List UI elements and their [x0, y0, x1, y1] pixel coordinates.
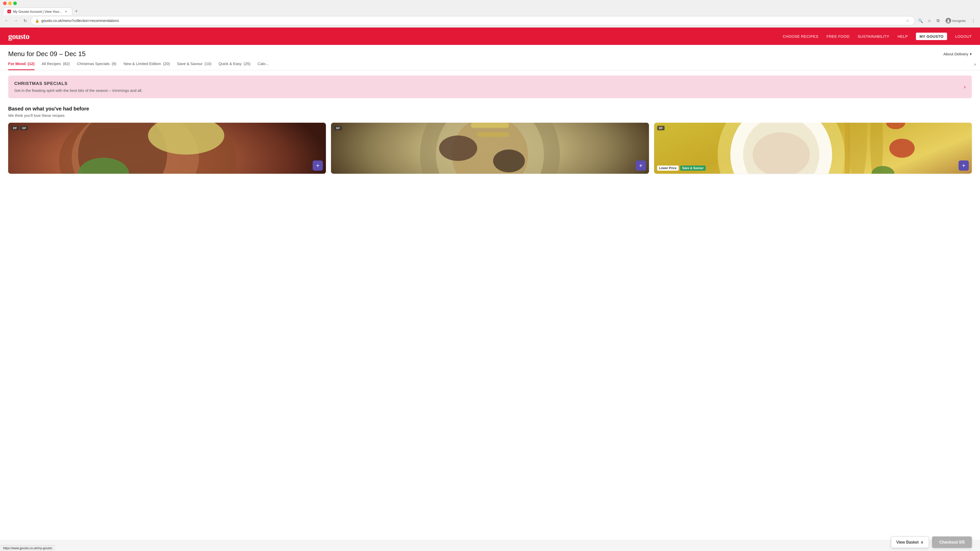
page-title: Menu for Dec 09 – Dec 15	[8, 50, 86, 58]
page-content: Menu for Dec 09 – Dec 15 About Delivery …	[0, 45, 980, 540]
svg-point-21	[848, 123, 867, 174]
profile-avatar	[945, 18, 951, 24]
more-options-icon[interactable]: ⋮	[970, 17, 977, 24]
minimize-window-button[interactable]	[8, 2, 12, 5]
recipe-image	[8, 123, 326, 174]
add-recipe-button[interactable]: +	[636, 160, 646, 171]
nav-logout[interactable]: LOGOUT	[955, 34, 972, 38]
bottom-bar: View Basket ∧ Checkout 0/5	[0, 534, 980, 540]
site-logo[interactable]: gousto	[8, 32, 29, 41]
tab-bar: G My Gousto Account | View Your... ✕ +	[0, 6, 980, 15]
add-recipe-button[interactable]: +	[313, 160, 323, 171]
nav-my-gousto[interactable]: MY GOUSTO	[916, 33, 947, 40]
recipe-badges: DF	[657, 126, 665, 130]
star-toolbar-icon[interactable]: ☆	[926, 17, 933, 24]
forward-button[interactable]: →	[12, 17, 19, 24]
active-tab[interactable]: G My Gousto Account | View Your... ✕	[3, 8, 72, 15]
back-button[interactable]: ←	[3, 17, 10, 24]
browser-chrome: G My Gousto Account | View Your... ✕ + ←…	[0, 0, 980, 27]
tab-calo[interactable]: Calo...	[258, 58, 269, 70]
browser-window-controls	[3, 2, 17, 5]
maximize-window-button[interactable]	[13, 2, 17, 5]
search-toolbar-icon[interactable]: 🔍	[917, 17, 924, 24]
profile-button[interactable]: Incognito	[943, 17, 968, 24]
svg-point-1	[947, 21, 950, 22]
tab-all-recipes[interactable]: All Recipes (82)	[41, 58, 70, 70]
label-lower-price: Lower Price	[657, 165, 679, 171]
tab-close-button[interactable]: ✕	[64, 10, 68, 14]
svg-point-0	[948, 19, 949, 21]
url-display[interactable]: gousto.co.uk/menu?collection=recommendat…	[41, 19, 902, 23]
banner-title: CHRISTMAS SPECIALS	[14, 81, 142, 86]
christmas-banner[interactable]: CHRISTMAS SPECIALS Get in the feasting s…	[8, 76, 972, 98]
badge-df: DF	[657, 126, 665, 130]
about-delivery-button[interactable]: About Delivery ▾	[943, 52, 972, 56]
checkout-button[interactable]: Checkout 0/5	[932, 537, 972, 540]
filter-tabs: For Mood (12) All Recipes (82) Christmas…	[0, 58, 980, 70]
tab-for-mood[interactable]: For Mood (12)	[8, 58, 35, 70]
main-nav: CHOOSE RECIPES FREE FOOD SUSTAINABILITY …	[783, 33, 972, 40]
nav-sustainability[interactable]: SUSTAINABILITY	[858, 34, 889, 38]
nav-help[interactable]: HELP	[897, 34, 908, 38]
svg-point-12	[439, 135, 477, 161]
page-header: Menu for Dec 09 – Dec 15 About Delivery …	[0, 45, 980, 58]
tab-title: My Gousto Account | View Your...	[13, 10, 62, 14]
about-delivery-label: About Delivery	[943, 52, 968, 56]
recipe-badges: DF GF	[11, 126, 28, 130]
address-bar-row: ← → ↻ 🔒 gousto.co.uk/menu?collection=rec…	[0, 15, 980, 27]
svg-point-22	[870, 123, 883, 174]
view-basket-button[interactable]: View Basket ∧	[891, 537, 929, 540]
label-save-savour: Save & Savour	[680, 165, 706, 171]
recipe-badges: GF	[334, 126, 342, 130]
tab-save-savour[interactable]: Save & Savour (10)	[177, 58, 212, 70]
nav-free-food[interactable]: FREE FOOD	[826, 34, 850, 38]
recipe-image	[331, 123, 649, 174]
svg-rect-15	[477, 132, 509, 137]
recommendations-section: Based on what you've had before We think…	[0, 103, 980, 180]
window-toolbar-icon[interactable]: ⧉	[934, 17, 942, 24]
profile-label: Incognito	[952, 19, 966, 23]
banner-arrow-icon: ›	[964, 84, 966, 90]
recipe-card[interactable]: GF +	[331, 123, 649, 174]
recipe-card[interactable]: DF Lower Price Save & Savour +	[654, 123, 972, 174]
badge-df: DF	[11, 126, 19, 130]
section-title: Based on what you've had before	[8, 106, 972, 112]
svg-point-13	[493, 149, 525, 172]
badge-gf: GF	[21, 126, 28, 130]
add-recipe-button[interactable]: +	[959, 160, 969, 171]
bookmark-icon[interactable]: ☆	[904, 17, 911, 24]
svg-rect-14	[471, 123, 509, 128]
lock-icon: 🔒	[35, 19, 39, 23]
tab-quick-easy[interactable]: Quick & Easy (25)	[218, 58, 250, 70]
tab-scroll-right-button[interactable]: ›	[970, 58, 980, 70]
address-bar[interactable]: 🔒 gousto.co.uk/menu?collection=recommend…	[30, 16, 915, 25]
svg-point-24	[889, 139, 915, 158]
browser-titlebar	[0, 0, 980, 6]
section-subtitle: We think you'll love these recipes	[8, 113, 972, 118]
close-window-button[interactable]	[3, 2, 6, 5]
recipe-card[interactable]: DF GF +	[8, 123, 326, 174]
badge-gf: GF	[334, 126, 342, 130]
new-tab-button[interactable]: +	[73, 8, 80, 14]
tab-christmas-specials[interactable]: Christmas Specials (9)	[77, 58, 116, 70]
card-labels: Lower Price Save & Savour	[657, 165, 706, 171]
nav-choose-recipes[interactable]: CHOOSE RECIPES	[783, 34, 818, 38]
site-header: gousto CHOOSE RECIPES FREE FOOD SUSTAINA…	[0, 27, 980, 45]
tab-favicon: G	[7, 10, 11, 13]
svg-rect-23	[845, 123, 850, 174]
banner-text: CHRISTMAS SPECIALS Get in the feasting s…	[14, 81, 142, 93]
recipe-grid: DF GF +	[8, 123, 972, 174]
banner-subtitle: Get in the feasting spirit with the best…	[14, 88, 142, 93]
refresh-button[interactable]: ↻	[21, 17, 29, 24]
toolbar-icons: 🔍 ☆ ⧉ Incognito ⋮	[917, 17, 977, 24]
tab-new-limited[interactable]: New & Limited Edition (20)	[124, 58, 170, 70]
chevron-down-icon: ▾	[970, 52, 972, 56]
